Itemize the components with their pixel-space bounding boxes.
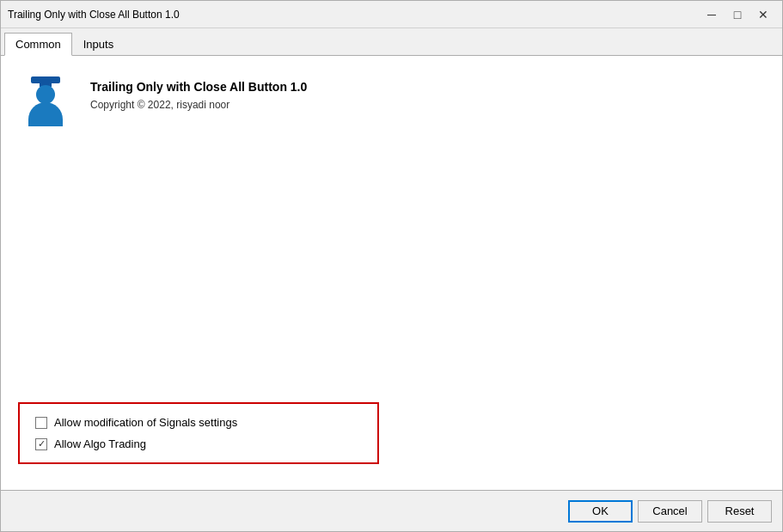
cancel-button[interactable]: Cancel [638,500,702,523]
checkbox-allow-modification-label: Allow modification of Signals settings [54,416,237,429]
window-controls: ─ □ ✕ [700,5,775,24]
spacer [18,145,765,402]
person-body [28,102,63,126]
minimize-button[interactable]: ─ [700,5,724,24]
grad-icon [21,75,70,126]
app-info: Trailing Only with Close All Button 1.0 … [18,73,765,128]
close-button[interactable]: ✕ [751,5,775,24]
app-title: Trailing Only with Close All Button 1.0 [90,80,307,94]
checkbox-group: Allow modification of Signals settings A… [18,402,379,464]
content-area: Trailing Only with Close All Button 1.0 … [1,56,782,490]
title-bar: Trailing Only with Close All Button 1.0 … [1,1,782,28]
footer: OK Cancel Reset [1,490,782,531]
tab-inputs[interactable]: Inputs [72,33,125,56]
checkbox-allow-modification[interactable] [35,417,47,429]
tab-common[interactable]: Common [4,33,72,56]
checkbox-allow-algo-trading[interactable] [35,438,47,450]
tab-bar: Common Inputs [1,28,782,56]
app-copyright: Copyright © 2022, risyadi noor [90,99,307,111]
checkbox-row-algo: Allow Algo Trading [35,437,362,450]
app-icon-container [18,73,73,128]
app-text: Trailing Only with Close All Button 1.0 … [90,73,307,111]
checkbox-row-signals: Allow modification of Signals settings [35,416,362,429]
ok-button[interactable]: OK [568,500,633,523]
person-head [36,85,55,104]
window-title: Trailing Only with Close All Button 1.0 [8,9,700,21]
reset-button[interactable]: Reset [707,500,772,523]
maximize-button[interactable]: □ [725,5,749,24]
checkbox-allow-algo-trading-label: Allow Algo Trading [54,437,146,450]
main-window: Trailing Only with Close All Button 1.0 … [0,0,783,532]
